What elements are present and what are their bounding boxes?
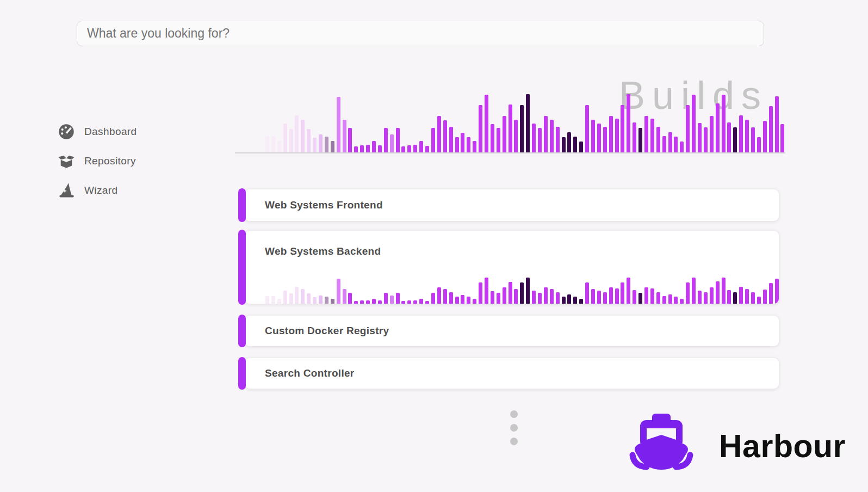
build-bar[interactable] (325, 297, 328, 304)
build-bar[interactable] (562, 137, 566, 152)
sidebar-item-repository[interactable]: Repository (58, 152, 136, 170)
build-bar[interactable] (727, 122, 731, 152)
build-bar[interactable] (467, 297, 470, 304)
build-bar[interactable] (401, 301, 405, 304)
build-bar[interactable] (503, 287, 506, 304)
build-bar[interactable] (727, 290, 731, 304)
build-bar[interactable] (556, 292, 560, 304)
build-bar[interactable] (378, 145, 382, 152)
build-bar[interactable] (301, 289, 305, 304)
build-bar[interactable] (431, 293, 435, 304)
build-bar[interactable] (526, 94, 530, 152)
build-bar[interactable] (479, 105, 482, 152)
build-bar[interactable] (686, 105, 690, 152)
build-bar[interactable] (722, 278, 726, 304)
sidebar-item-wizard[interactable]: Wizard (58, 181, 118, 200)
build-bar[interactable] (485, 95, 488, 152)
build-bar[interactable] (384, 128, 388, 152)
sidebar-item-dashboard[interactable]: Dashboard (58, 122, 137, 141)
build-bar[interactable] (710, 116, 714, 152)
build-bar[interactable] (745, 120, 749, 152)
build-bar[interactable] (509, 104, 512, 152)
build-bar[interactable] (716, 103, 720, 152)
build-bar[interactable] (390, 134, 394, 152)
build-bar[interactable] (733, 127, 737, 152)
build-bar[interactable] (544, 287, 548, 304)
build-bar[interactable] (277, 141, 281, 152)
build-bar[interactable] (739, 287, 743, 304)
more-projects-indicator[interactable] (510, 410, 518, 445)
build-bar[interactable] (704, 292, 708, 304)
build-bar[interactable] (461, 133, 464, 152)
build-bar[interactable] (319, 134, 323, 152)
build-bar[interactable] (644, 287, 648, 304)
build-bar[interactable] (609, 287, 613, 304)
build-bar[interactable] (360, 300, 364, 304)
build-bar[interactable] (419, 299, 423, 304)
build-bar[interactable] (538, 128, 542, 152)
build-bar[interactable] (384, 293, 388, 304)
build-bar[interactable] (609, 116, 613, 152)
build-bar[interactable] (621, 105, 624, 152)
build-bar[interactable] (680, 142, 684, 152)
build-bar[interactable] (579, 142, 583, 152)
build-bar[interactable] (491, 291, 494, 304)
build-bar[interactable] (413, 300, 417, 304)
build-bar[interactable] (615, 288, 619, 304)
build-bar[interactable] (769, 106, 773, 152)
build-bar[interactable] (313, 138, 317, 152)
build-bar[interactable] (615, 119, 619, 152)
build-bar[interactable] (733, 292, 737, 304)
build-bar[interactable] (573, 137, 577, 152)
build-bar[interactable] (650, 288, 654, 304)
build-bar[interactable] (562, 297, 566, 304)
build-bar[interactable] (739, 115, 743, 152)
build-bar[interactable] (337, 279, 340, 304)
build-bar[interactable] (757, 297, 761, 304)
build-bar[interactable] (627, 94, 630, 152)
build-bar[interactable] (775, 279, 779, 304)
build-bar[interactable] (633, 122, 636, 152)
build-bar[interactable] (585, 282, 589, 304)
build-bar[interactable] (372, 141, 376, 152)
build-bar[interactable] (567, 294, 571, 304)
build-bar[interactable] (396, 128, 400, 152)
build-bar[interactable] (638, 293, 642, 304)
build-bar[interactable] (621, 282, 624, 304)
build-bar[interactable] (431, 128, 435, 152)
build-bar[interactable] (443, 289, 447, 304)
build-bar[interactable] (686, 282, 690, 304)
build-bar[interactable] (532, 291, 536, 304)
build-bar[interactable] (437, 287, 441, 304)
build-bar[interactable] (407, 145, 411, 152)
build-bar[interactable] (289, 293, 293, 304)
build-bar[interactable] (455, 297, 459, 304)
build-bar[interactable] (473, 299, 476, 304)
build-bar[interactable] (401, 146, 405, 152)
build-bar[interactable] (337, 97, 340, 152)
build-bar[interactable] (704, 127, 708, 152)
build-bar[interactable] (514, 120, 518, 152)
build-bar[interactable] (668, 132, 672, 152)
build-bar[interactable] (644, 116, 648, 152)
build-bar[interactable] (668, 294, 672, 304)
build-bar[interactable] (775, 96, 779, 152)
build-bar[interactable] (556, 127, 560, 152)
build-bar[interactable] (603, 292, 607, 304)
build-bar[interactable] (425, 146, 429, 152)
build-bar[interactable] (348, 293, 352, 304)
build-bar[interactable] (520, 105, 524, 152)
build-bar[interactable] (591, 120, 595, 152)
build-bar[interactable] (674, 137, 678, 152)
build-bar[interactable] (372, 299, 376, 304)
build-bar[interactable] (544, 116, 548, 152)
build-bar[interactable] (491, 124, 494, 152)
build-bar[interactable] (627, 278, 630, 304)
build-bar[interactable] (354, 301, 358, 304)
build-bar[interactable] (271, 296, 275, 304)
build-bar[interactable] (656, 292, 660, 304)
build-bar[interactable] (763, 290, 767, 304)
build-bar[interactable] (597, 291, 601, 304)
build-bar[interactable] (698, 291, 702, 304)
project-card-search-controller[interactable]: Search Controller (245, 358, 779, 389)
